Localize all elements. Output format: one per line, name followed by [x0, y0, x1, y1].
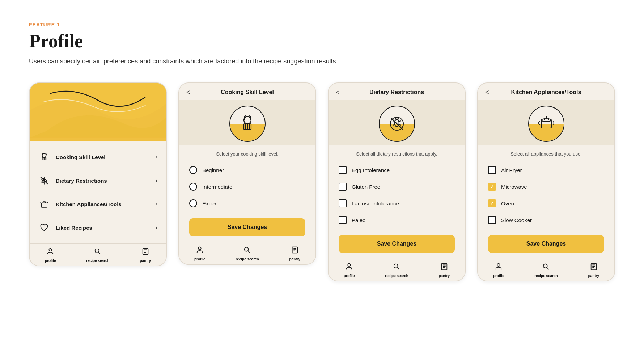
save-button-appliances[interactable]: Save Changes	[488, 235, 604, 253]
nav-search-2[interactable]: recipe search	[236, 246, 259, 261]
radio-circle-beginner	[189, 166, 197, 174]
pot-icon	[38, 198, 50, 210]
nav-search-3[interactable]: recipe search	[385, 263, 408, 278]
nav-label-pantry-3: pantry	[439, 274, 450, 278]
profile-nav-icon-3	[345, 263, 353, 273]
option-microwave: Microwave	[501, 184, 527, 190]
phone-appliances: < Kitchen Appliances/Tools Select all a	[477, 82, 615, 281]
nav-profile-1[interactable]: profile	[45, 247, 56, 263]
menu-label-appliances: Kitchen Appliances/Tools	[56, 201, 156, 207]
radio-intermediate[interactable]: Intermediate	[189, 181, 305, 193]
menu-item-cooking-skill[interactable]: Cooking Skill Level ›	[30, 145, 166, 169]
nav-profile-3[interactable]: profile	[344, 263, 355, 278]
nav-label-pantry-1: pantry	[140, 259, 151, 263]
profile-menu: Cooking Skill Level › Dietary Restrictio…	[30, 141, 166, 243]
save-button-dietary[interactable]: Save Changes	[339, 235, 455, 253]
bottom-nav-3: profile recipe search	[329, 259, 465, 281]
nav-pantry-4[interactable]: pantry	[588, 263, 599, 278]
arrow-icon-liked: ›	[156, 224, 157, 231]
radio-beginner[interactable]: Beginner	[189, 164, 305, 176]
checkbox-sq-microwave	[488, 183, 496, 191]
svg-line-38	[393, 124, 395, 125]
dietary-content: Select all dietary restrictions that app…	[329, 145, 465, 259]
bottom-nav-4: profile recipe search	[478, 259, 614, 281]
svg-point-54	[543, 264, 547, 268]
checkbox-oven[interactable]: Oven	[488, 197, 604, 209]
pantry-nav-icon-2	[291, 246, 299, 256]
nav-label-search-1: recipe search	[86, 259, 110, 263]
cooking-instruction: Select your cooking skill level.	[189, 151, 305, 157]
chef-icon	[38, 151, 50, 163]
svg-line-27	[248, 251, 250, 253]
nav-pantry-2[interactable]: pantry	[289, 246, 301, 261]
cooking-icon-circle	[229, 106, 266, 142]
search-nav-icon-4	[542, 263, 550, 273]
dietary-icon-wrap	[329, 100, 465, 145]
checkbox-paleo[interactable]: Paleo	[339, 214, 455, 226]
back-arrow-dietary[interactable]: <	[336, 89, 340, 96]
back-arrow-appliances[interactable]: <	[485, 89, 489, 96]
menu-item-appliances[interactable]: Kitchen Appliances/Tools ›	[30, 192, 166, 216]
page-title: Profile	[29, 30, 615, 52]
save-button-cooking[interactable]: Save Changes	[189, 218, 305, 236]
menu-label-liked: Liked Recipes	[56, 225, 156, 231]
option-slowcooker: Slow Cooker	[501, 217, 532, 223]
feature-label: FEATURE 1	[29, 22, 615, 27]
cooking-icon-wrap	[179, 100, 315, 145]
nav-label-search-4: recipe search	[534, 274, 558, 278]
phone-cooking-skill: < Cooking Skill Level Select your cookin…	[178, 82, 316, 265]
checkbox-lactose[interactable]: Lactose Intolerance	[339, 197, 455, 209]
pantry-nav-icon-4	[590, 263, 598, 273]
appliances-header: < Kitchen Appliances/Tools	[478, 83, 614, 100]
nav-pantry-3[interactable]: pantry	[439, 263, 450, 278]
svg-point-25	[199, 247, 201, 250]
bottom-nav-2: profile recipe search	[179, 242, 315, 264]
checkbox-airfryer[interactable]: Air Fryer	[488, 164, 604, 176]
nav-profile-2[interactable]: profile	[194, 246, 206, 261]
page-description: Users can specify certain preferences an…	[29, 58, 615, 65]
dietary-icon-circle	[379, 106, 415, 142]
cooking-skill-title: Cooking Skill Level	[221, 89, 274, 96]
menu-label-dietary: Dietary Restrictions	[56, 178, 156, 184]
appliances-icon-circle	[528, 106, 564, 142]
back-arrow-cooking[interactable]: <	[186, 89, 190, 96]
checkbox-sq-paleo	[339, 216, 347, 224]
menu-label-cooking: Cooking Skill Level	[56, 154, 156, 160]
checkbox-egg[interactable]: Egg Intolerance	[339, 164, 455, 176]
pantry-nav-icon-3	[440, 263, 448, 273]
svg-point-1	[42, 153, 46, 157]
option-egg: Egg Intolerance	[352, 167, 390, 173]
search-nav-icon-3	[393, 263, 401, 273]
svg-line-34	[395, 118, 396, 119]
svg-line-43	[398, 267, 399, 269]
option-paleo: Paleo	[352, 217, 365, 223]
option-gluten: Gluten Free	[352, 184, 380, 190]
arrow-icon-cooking: ›	[156, 154, 157, 160]
radio-expert[interactable]: Expert	[189, 197, 305, 209]
checkbox-gluten[interactable]: Gluten Free	[339, 181, 455, 193]
option-lactose: Lactose Intolerance	[352, 200, 399, 207]
profile-nav-icon-1	[46, 247, 54, 258]
cooking-skill-header: < Cooking Skill Level	[179, 83, 315, 100]
bottom-nav-1: profile recipe search	[30, 243, 166, 266]
dietary-instruction: Select all dietary restrictions that app…	[339, 151, 455, 157]
menu-item-dietary[interactable]: Dietary Restrictions ›	[30, 169, 166, 192]
appliances-icon-wrap	[478, 100, 614, 145]
arrow-icon-dietary: ›	[156, 177, 157, 184]
nav-search-4[interactable]: recipe search	[534, 263, 558, 278]
menu-item-liked[interactable]: Liked Recipes ›	[30, 216, 166, 239]
checkbox-sq-airfryer	[488, 166, 496, 174]
checkbox-slowcooker[interactable]: Slow Cooker	[488, 214, 604, 226]
nav-label-profile-1: profile	[45, 259, 56, 263]
nav-search-1[interactable]: recipe search	[86, 247, 110, 263]
option-expert: Expert	[202, 200, 218, 207]
pantry-nav-icon-1	[141, 247, 149, 258]
appliances-instruction: Select all appliances that you use.	[488, 151, 604, 157]
checkbox-microwave[interactable]: Microwave	[488, 181, 604, 193]
nav-pantry-1[interactable]: pantry	[140, 247, 151, 263]
checkbox-sq-lactose	[339, 199, 347, 207]
nav-profile-4[interactable]: profile	[493, 263, 504, 278]
svg-point-14	[95, 249, 99, 253]
svg-point-13	[49, 249, 52, 251]
checkbox-sq-egg	[339, 166, 347, 174]
